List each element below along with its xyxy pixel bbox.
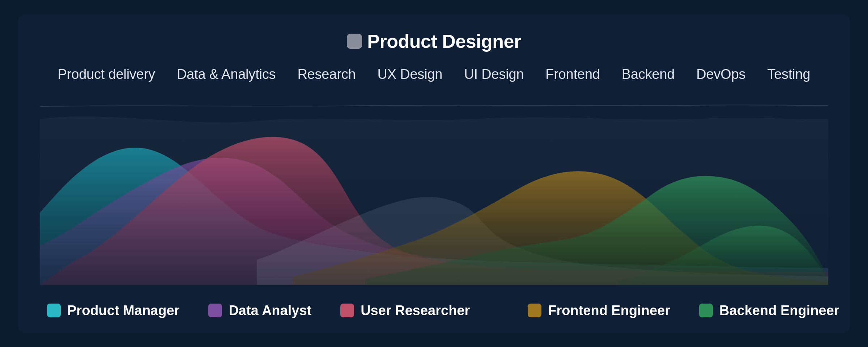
frontend-engineer-swatch [528, 304, 541, 317]
legend-frontend-engineer: Frontend Engineer [528, 303, 670, 318]
category-ux-design: UX Design [377, 67, 442, 82]
legend-row: Product Manager Data Analyst User Resear… [18, 292, 850, 333]
wave-chart [40, 86, 828, 285]
product-designer-title: Product Designer [367, 30, 521, 52]
category-frontend: Frontend [545, 67, 600, 82]
legend-backend-engineer: Backend Engineer [699, 303, 839, 318]
categories-row: Product delivery Data & Analytics Resear… [18, 56, 850, 82]
backend-engineer-swatch [699, 304, 713, 317]
category-ui-design: UI Design [464, 67, 524, 82]
product-manager-label: Product Manager [67, 303, 179, 318]
product-designer-icon [347, 34, 362, 49]
user-researcher-swatch [340, 304, 354, 317]
legend-data-analyst: Data Analyst [208, 303, 311, 318]
category-research: Research [297, 67, 356, 82]
category-backend: Backend [622, 67, 675, 82]
user-researcher-label: User Researcher [361, 303, 470, 318]
category-devops: DevOps [696, 67, 745, 82]
main-card: Product Designer Product delivery Data &… [18, 14, 850, 333]
legend-product-manager: Product Manager [47, 303, 179, 318]
svg-rect-0 [40, 86, 828, 106]
category-testing: Testing [767, 67, 810, 82]
top-label-container: Product Designer [18, 14, 850, 56]
frontend-engineer-label: Frontend Engineer [548, 303, 670, 318]
data-analyst-label: Data Analyst [229, 303, 311, 318]
legend-user-researcher: User Researcher [340, 303, 470, 318]
product-manager-swatch [47, 304, 61, 317]
backend-engineer-label: Backend Engineer [719, 303, 839, 318]
category-data-analytics: Data & Analytics [177, 67, 276, 82]
category-product-delivery: Product delivery [58, 67, 155, 82]
data-analyst-swatch [208, 304, 222, 317]
